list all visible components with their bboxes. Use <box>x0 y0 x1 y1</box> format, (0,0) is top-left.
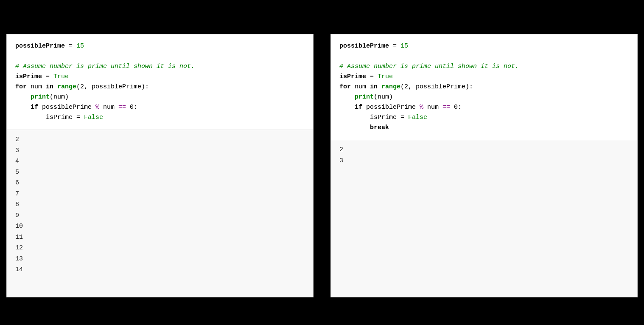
right-panel: possiblePrime = 15 # Assume number is pr… <box>330 34 638 297</box>
output-line: 12 <box>15 243 305 254</box>
output-line: 7 <box>15 189 305 200</box>
output-line: 3 <box>339 155 629 167</box>
left-code: possiblePrime = 15 # Assume number is pr… <box>7 34 313 130</box>
output-line: 13 <box>15 254 305 265</box>
right-code: possiblePrime = 15 # Assume number is pr… <box>331 34 637 140</box>
output-line: 9 <box>15 210 305 221</box>
output-line: 2 <box>339 144 629 155</box>
output-line: 2 <box>15 134 305 145</box>
output-line: 5 <box>15 167 305 178</box>
output-line: 4 <box>15 156 305 167</box>
left-output: 2 3 4 5 6 7 8 9 10 11 12 13 14 <box>7 130 313 297</box>
output-line: 3 <box>15 145 305 156</box>
left-panel: possiblePrime = 15 # Assume number is pr… <box>6 34 314 297</box>
output-line: 11 <box>15 232 305 243</box>
output-line: 10 <box>15 221 305 232</box>
output-line: 6 <box>15 178 305 189</box>
output-line: 8 <box>15 199 305 210</box>
right-output: 2 3 <box>331 140 637 297</box>
output-line: 14 <box>15 264 305 275</box>
